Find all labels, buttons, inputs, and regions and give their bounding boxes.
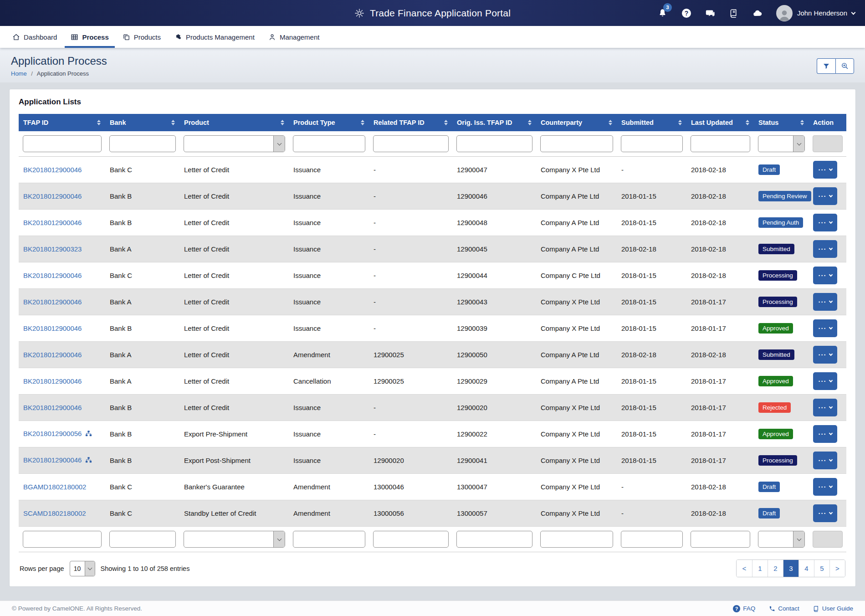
row-action-button[interactable]: ··· [813, 452, 837, 469]
row-action-button[interactable]: ··· [813, 504, 837, 522]
filter-product-type-input[interactable] [293, 135, 365, 152]
row-action-button[interactable]: ··· [813, 293, 837, 311]
filter-status-select[interactable] [758, 135, 805, 152]
status-badge: Draft [758, 164, 780, 175]
row-action-button[interactable]: ··· [813, 319, 837, 337]
row-action-button[interactable]: ··· [813, 161, 837, 179]
sort-icon[interactable] [281, 120, 284, 125]
filter-product-type-input[interactable] [293, 531, 365, 548]
sort-icon[interactable] [528, 120, 532, 125]
row-action-button[interactable]: ··· [813, 240, 837, 258]
filter-button[interactable] [817, 58, 835, 74]
filter-product-select[interactable] [184, 531, 285, 548]
nav-item-products[interactable]: Products [117, 26, 167, 48]
copyright-text: © Powered by CamelONE. All Rights Reserv… [12, 605, 142, 612]
col-header-related-tfap-id[interactable]: Related TFAP ID [369, 114, 452, 131]
filter-last-updated-input[interactable] [691, 531, 750, 548]
tfap-id-link[interactable]: BK2018012900046 [23, 298, 82, 306]
sort-icon[interactable] [609, 120, 612, 125]
counterparty-cell: Company X Pte Ltd [536, 289, 617, 315]
col-header-counterparty[interactable]: Counterparty [536, 114, 617, 131]
tfap-id-link[interactable]: BK2018012900046 [23, 192, 82, 200]
filter-product-select[interactable] [184, 135, 285, 152]
filter-submitted-input[interactable] [621, 531, 683, 548]
bell-icon[interactable]: 3 [658, 8, 668, 18]
col-header-product[interactable]: Product [179, 114, 289, 131]
tfap-id-link[interactable]: BK2018012900046 [23, 272, 82, 279]
filter-tfap-id-input[interactable] [23, 135, 102, 152]
col-header-orig-iss-tfap-id[interactable]: Orig. Iss. TFAP ID [452, 114, 536, 131]
showing-entries-text: Showing 1 to 10 of 258 entries [101, 565, 190, 572]
page-button-2[interactable]: 2 [768, 560, 783, 577]
user-menu[interactable]: John Henderson [776, 5, 855, 21]
page-next-button[interactable]: > [829, 560, 845, 577]
tfap-id-link[interactable]: BK2018012900046 [23, 456, 82, 464]
tfap-id-link[interactable]: BGAMD1802180002 [23, 483, 86, 491]
sort-icon[interactable] [800, 120, 804, 125]
sort-icon[interactable] [97, 120, 101, 125]
sort-icon[interactable] [361, 120, 364, 125]
row-action-button[interactable]: ··· [813, 372, 837, 390]
col-header-last-updated[interactable]: Last Updated [686, 114, 754, 131]
row-action-button[interactable]: ··· [813, 214, 837, 231]
nav-item-products-management[interactable]: Products Management [169, 26, 261, 48]
page-button-4[interactable]: 4 [798, 560, 814, 577]
filter-submitted-input[interactable] [621, 135, 683, 152]
sort-icon[interactable] [171, 120, 175, 125]
tfap-id-link[interactable]: BK2018012900046 [23, 351, 82, 359]
search-plus-button[interactable] [835, 58, 854, 74]
filter-bank-input[interactable] [109, 135, 176, 152]
user-guide-link[interactable]: User Guide [813, 605, 853, 612]
page-button-1[interactable]: 1 [752, 560, 768, 577]
col-header-product-type[interactable]: Product Type [289, 114, 369, 131]
row-action-button[interactable]: ··· [813, 346, 837, 364]
nav-item-management[interactable]: Management [262, 26, 326, 48]
book-icon[interactable] [729, 8, 739, 18]
tfap-id-link[interactable]: BK2018012900046 [23, 377, 82, 385]
filter-last-updated-input[interactable] [691, 135, 750, 152]
tfap-id-link[interactable]: BK2018012900046 [23, 219, 82, 226]
filter-orig-iss-tfap-input[interactable] [456, 531, 532, 548]
chat-icon[interactable] [705, 8, 715, 18]
page-button-3[interactable]: 3 [783, 560, 798, 577]
page-button-5[interactable]: 5 [814, 560, 829, 577]
filter-related-tfap-input[interactable] [373, 531, 449, 548]
row-action-button[interactable]: ··· [813, 267, 837, 284]
contact-link[interactable]: Contact [769, 605, 799, 612]
row-action-button[interactable]: ··· [813, 399, 837, 416]
rows-per-page-select[interactable]: 10 [70, 561, 95, 576]
tfap-id-link[interactable]: BK2018012900046 [23, 166, 82, 174]
tfap-id-link[interactable]: BK2018012900323 [23, 245, 82, 253]
filter-related-tfap-input[interactable] [373, 135, 449, 152]
sort-icon[interactable] [746, 120, 749, 125]
counterparty-cell: Company X Pte Ltd [536, 474, 617, 500]
nav-item-process[interactable]: Process [65, 26, 114, 48]
breadcrumb-home-link[interactable]: Home [11, 70, 27, 77]
filter-orig-iss-tfap-input[interactable] [456, 135, 532, 152]
row-action-button[interactable]: ··· [813, 187, 837, 205]
col-header-submitted[interactable]: Submitted [617, 114, 686, 131]
col-header-status[interactable]: Status [754, 114, 809, 131]
tfap-id-link[interactable]: BK2018012900056 [23, 430, 82, 437]
row-action-button[interactable]: ··· [813, 478, 837, 496]
tfap-id-link[interactable]: BK2018012900046 [23, 324, 82, 332]
filter-status-select[interactable] [758, 531, 805, 548]
tfap-id-link[interactable]: BK2018012900046 [23, 404, 82, 411]
sort-icon[interactable] [678, 120, 682, 125]
sort-icon[interactable] [444, 120, 448, 125]
filter-bank-input[interactable] [109, 531, 176, 548]
submitted-cell: 2018-01-15 [617, 262, 686, 289]
filter-counterparty-input[interactable] [540, 531, 613, 548]
filter-tfap-id-input[interactable] [23, 531, 102, 548]
col-header-bank[interactable]: Bank [105, 114, 179, 131]
row-action-button[interactable]: ··· [813, 425, 837, 443]
tfap-id-link[interactable]: SCAMD1802180002 [23, 509, 86, 517]
col-header-tfap-id[interactable]: TFAP ID [19, 114, 105, 131]
related-tfap-cell: - [369, 183, 452, 210]
cloud-icon[interactable] [752, 8, 763, 18]
faq-link[interactable]: ? FAQ [733, 605, 755, 612]
filter-counterparty-input[interactable] [540, 135, 613, 152]
help-icon[interactable]: ? [681, 8, 691, 18]
nav-item-dashboard[interactable]: Dashboard [6, 26, 63, 48]
page-prev-button[interactable]: < [737, 560, 752, 577]
